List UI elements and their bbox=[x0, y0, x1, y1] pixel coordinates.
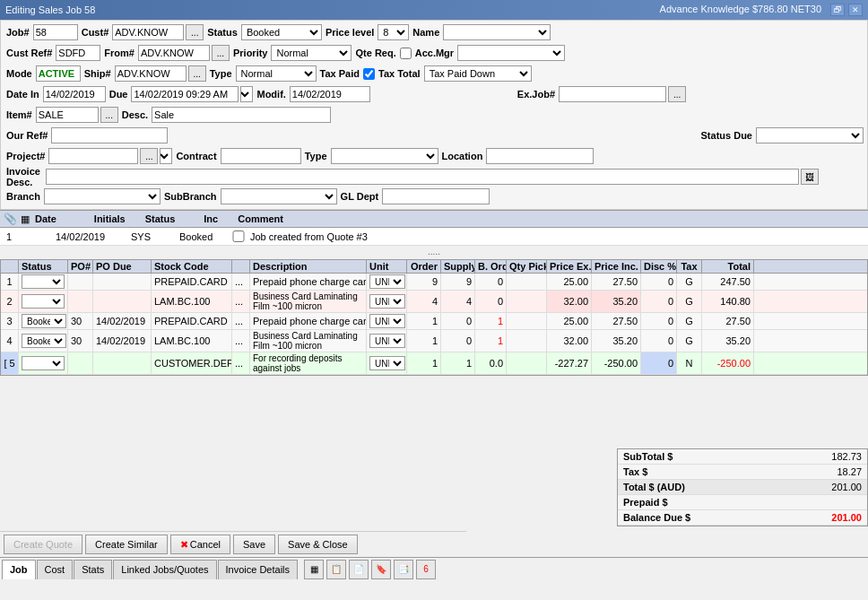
from-dots-button[interactable]: ... bbox=[212, 45, 230, 61]
note-inc-checkbox[interactable] bbox=[232, 230, 245, 242]
grid-row-4[interactable]: 4 Booked 30 14/02/2019 LAM.BC.100 ... Bu… bbox=[1, 330, 867, 352]
col-status-header: Status bbox=[19, 260, 68, 273]
cell-3-dots[interactable]: ... bbox=[232, 313, 250, 329]
toolbar-btn-1[interactable]: ▦ bbox=[304, 560, 324, 579]
project-dots-button[interactable]: ... bbox=[140, 148, 158, 164]
toolbar-btn-2[interactable]: 📋 bbox=[326, 560, 346, 579]
due-field[interactable] bbox=[131, 86, 239, 102]
from-field[interactable] bbox=[138, 45, 210, 61]
subbranch-label: SubBranch bbox=[162, 191, 219, 202]
datein-field[interactable] bbox=[43, 86, 106, 102]
job-field[interactable]: 58 bbox=[33, 24, 78, 40]
cust-dots-button[interactable]: ... bbox=[186, 24, 204, 40]
cell-4-dots[interactable]: ... bbox=[232, 330, 250, 352]
status-due-select[interactable] bbox=[756, 127, 864, 143]
due-dropdown[interactable] bbox=[240, 86, 253, 102]
location-field[interactable] bbox=[486, 148, 594, 164]
row5-status-select[interactable] bbox=[22, 356, 65, 370]
ourref-field[interactable] bbox=[51, 127, 168, 143]
ship-field[interactable] bbox=[115, 65, 187, 82]
invoice-desc-icon-button[interactable]: 🖼 bbox=[801, 169, 819, 185]
balance-row: Balance Due $ 201.00 bbox=[618, 510, 867, 526]
row2-unit-select[interactable]: UNIT bbox=[369, 294, 405, 309]
cell-5-dots[interactable]: ... bbox=[232, 352, 250, 374]
note-comment[interactable] bbox=[248, 229, 866, 245]
item-field[interactable] bbox=[36, 107, 99, 123]
row2-status-select[interactable] bbox=[22, 294, 65, 309]
tax-paid-checkbox[interactable] bbox=[363, 68, 375, 80]
cancel-button[interactable]: ✖ Cancel bbox=[170, 535, 230, 554]
project-dropdown[interactable] bbox=[160, 148, 172, 164]
col-stock-header: Stock Code bbox=[152, 260, 232, 273]
row1-unit-select[interactable]: UNIT bbox=[369, 274, 405, 289]
invoice-desc-field[interactable] bbox=[46, 169, 799, 185]
type-label: Type bbox=[208, 68, 234, 79]
row4-unit-select[interactable]: UNIT bbox=[369, 334, 405, 348]
subbranch-select[interactable] bbox=[221, 188, 337, 204]
project-field[interactable] bbox=[48, 148, 138, 164]
cell-1-dots[interactable]: ... bbox=[232, 274, 250, 290]
create-quote-button[interactable]: Create Quote bbox=[4, 535, 82, 554]
cust-field[interactable] bbox=[112, 24, 184, 40]
gldept-field[interactable] bbox=[382, 188, 490, 204]
cell-4-priceex: 32.00 bbox=[547, 330, 592, 352]
grid-row-3[interactable]: 3 Booked 30 14/02/2019 PREPAID.CARD ... … bbox=[1, 313, 867, 330]
name-select[interactable] bbox=[443, 24, 551, 40]
priority-select[interactable]: Normal bbox=[271, 45, 352, 61]
contract-field[interactable] bbox=[221, 148, 301, 164]
grid-icon[interactable]: ▦ bbox=[21, 213, 30, 225]
ship-label: Ship# bbox=[82, 68, 113, 79]
paperclip-icon[interactable]: 📎 bbox=[4, 213, 17, 225]
tab-cost[interactable]: Cost bbox=[37, 560, 74, 579]
close-button[interactable]: ✕ bbox=[848, 4, 863, 16]
create-similar-button[interactable]: Create Similar bbox=[85, 535, 168, 554]
col-priceex-header: Price Ex. bbox=[547, 260, 592, 273]
row1-status-select[interactable] bbox=[22, 274, 65, 289]
acc-mgr-select[interactable] bbox=[457, 45, 565, 61]
col-dots-header bbox=[232, 260, 250, 273]
tax-total-select[interactable]: Tax Paid Down bbox=[424, 65, 532, 82]
mode-field[interactable] bbox=[36, 65, 81, 82]
gldept-label: GL Dept bbox=[339, 191, 381, 202]
advance-info: Advance Knowledge $786.80 NET30 bbox=[660, 4, 821, 16]
row5-unit-select[interactable]: UNIT bbox=[369, 356, 405, 370]
custref-field[interactable] bbox=[56, 45, 100, 61]
tab-linked-jobs[interactable]: Linked Jobs/Quotes bbox=[113, 560, 216, 579]
cell-4-bord: 1 bbox=[475, 330, 507, 352]
desc-field[interactable] bbox=[152, 107, 331, 123]
tab-invoice-details[interactable]: Invoice Details bbox=[218, 560, 299, 579]
ship-dots-button[interactable]: ... bbox=[188, 65, 206, 82]
exjob-field[interactable] bbox=[559, 86, 666, 102]
toolbar-btn-3[interactable]: 📄 bbox=[349, 560, 369, 579]
note-date: 14/02/2019 bbox=[56, 231, 127, 242]
grid-row-1[interactable]: 1 PREPAID.CARD ... Prepaid phone charge … bbox=[1, 274, 867, 291]
tab-job[interactable]: Job bbox=[2, 560, 36, 579]
tab-stats[interactable]: Stats bbox=[74, 560, 112, 579]
modif-field[interactable] bbox=[290, 86, 370, 102]
cell-2-dots[interactable]: ... bbox=[232, 291, 250, 312]
row4-status-select[interactable]: Booked bbox=[22, 334, 66, 348]
toolbar-btn-6[interactable]: 6 bbox=[416, 560, 436, 579]
row3-status-select[interactable]: Booked bbox=[22, 314, 66, 328]
toolbar-btn-4[interactable]: 🔖 bbox=[371, 560, 391, 579]
grid-row-5[interactable]: [ 5 CUSTOMER.DEPOSITS ... For recording … bbox=[1, 352, 867, 375]
restore-button[interactable]: 🗗 bbox=[830, 4, 845, 16]
grid-row-2[interactable]: 2 LAM.BC.100 ... Business Card Laminatin… bbox=[1, 291, 867, 313]
row3-unit-select[interactable]: UNIT bbox=[369, 314, 405, 328]
qte-req-checkbox[interactable] bbox=[400, 48, 412, 59]
type-select[interactable]: Normal bbox=[236, 65, 317, 82]
save-button[interactable]: Save bbox=[233, 535, 275, 554]
toolbar-btn-5[interactable]: 📑 bbox=[394, 560, 413, 579]
status-select[interactable]: Booked bbox=[241, 24, 322, 40]
branch-select[interactable] bbox=[44, 188, 161, 204]
grid-header: Status PO# PO Due Stock Code Description… bbox=[1, 260, 867, 274]
project-label: Project# bbox=[4, 151, 47, 161]
cell-2-stock: LAM.BC.100 bbox=[152, 291, 232, 312]
exjob-dots-button[interactable]: ... bbox=[668, 86, 686, 102]
cell-1-supply: 9 bbox=[441, 274, 475, 290]
save-close-button[interactable]: Save & Close bbox=[278, 535, 358, 554]
type-select2[interactable] bbox=[331, 148, 438, 164]
price-level-select[interactable]: 8 bbox=[378, 24, 409, 40]
cell-1-disc: 0 bbox=[641, 274, 677, 290]
item-dots-button[interactable]: ... bbox=[100, 107, 118, 123]
